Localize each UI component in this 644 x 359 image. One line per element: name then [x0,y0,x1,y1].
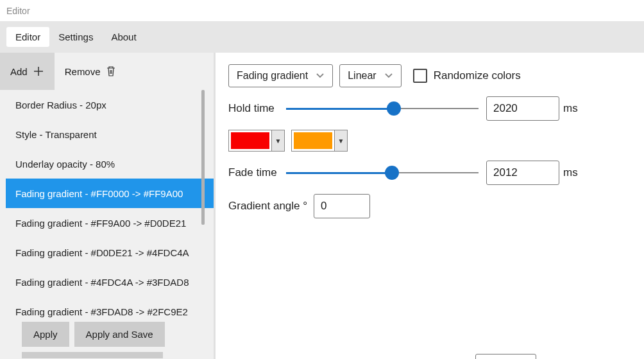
hold-time-unit: ms [563,102,578,115]
mode-select-value: Linear [348,70,376,82]
trash-icon [106,66,116,77]
gradient-angle-input[interactable]: 0 [314,194,370,218]
apply-save-button[interactable]: Apply and Save [74,322,165,347]
gradient-angle-label: Gradient angle ° [228,200,307,213]
scrollbar-thumb[interactable] [201,90,205,225]
list-item[interactable]: Fading gradient - #4FDC4A -> #3FDAD8 [6,267,214,297]
list-item-label: Fading gradient - #3FDAD8 -> #2FC9E2 [15,306,188,317]
add-button-label: Add [10,66,28,77]
color-2-dropdown[interactable]: ▼ [334,130,347,151]
list-item-label: Fading gradient - #D0DE21 -> #4FDC4A [15,247,189,258]
list-item[interactable]: Fading gradient - #D0DE21 -> #4FDC4A [6,238,214,267]
slider-thumb[interactable] [385,166,399,180]
slider-thumb[interactable] [387,101,401,116]
list-item-label: Fading gradient - #FF9A00 -> #D0DE21 [15,218,186,229]
list-item[interactable]: Fading gradient - #FF9A00 -> #D0DE21 [6,208,214,238]
randomize-colors-checkbox[interactable] [413,69,427,83]
list-item[interactable]: Underlay opacity - 80% [6,149,214,179]
plus-icon [33,66,44,77]
mode-select[interactable]: Linear [339,64,401,87]
add-button[interactable]: Add [0,53,55,90]
hold-time-label: Hold time [228,102,286,115]
window-titlebar: Editor [0,0,644,21]
sidebar: Add Remove Border Radius - 20pxStyle - T… [0,53,214,359]
list-item[interactable]: Border Radius - 20px [6,90,214,119]
list-item-label: Fading gradient - #FF0000 -> #FF9A00 [15,188,183,199]
list-item-label: Underlay opacity - 80% [15,159,115,170]
fade-time-unit: ms [563,166,578,179]
fade-time-label: Fade time [228,166,286,179]
color-1-swatch[interactable] [229,130,271,151]
list-item-label: Fading gradient - #4FDC4A -> #3FDAD8 [15,277,189,288]
chevron-down-icon [384,70,393,82]
editor-panel: Fading gradient Linear Randomize colors … [214,53,644,359]
chevron-down-icon [316,70,325,82]
color-2-swatch[interactable] [292,130,334,151]
main-tab-bar: Editor Settings About [0,21,644,53]
fade-time-input[interactable]: 2012 [486,161,559,185]
list-item[interactable]: Style - Transparent [6,119,214,149]
fade-time-slider[interactable] [286,165,479,180]
list-item-label: Style - Transparent [15,129,97,140]
list-item[interactable]: Fading gradient - #FF0000 -> #FF9A00 [6,179,214,208]
window-title: Editor [6,6,30,16]
hold-time-input[interactable]: 2020 [486,96,559,121]
tab-editor[interactable]: Editor [6,27,49,47]
partial-input[interactable] [475,354,536,359]
list-item-label: Border Radius - 20px [15,100,106,110]
remove-button[interactable]: Remove [55,53,126,90]
tab-settings[interactable]: Settings [49,27,102,47]
extra-button[interactable] [22,352,163,358]
remove-button-label: Remove [65,66,101,77]
list-item[interactable]: Fading gradient - #3FDAD8 -> #2FC9E2 [6,297,214,318]
effect-select-value: Fading gradient [237,70,308,82]
randomize-colors-label: Randomize colors [434,69,521,82]
color-1-dropdown[interactable]: ▼ [271,130,284,151]
effects-list: Border Radius - 20pxStyle - TransparentU… [0,90,214,318]
tab-about[interactable]: About [102,27,145,47]
effect-select[interactable]: Fading gradient [228,64,333,87]
apply-button[interactable]: Apply [22,322,69,347]
hold-time-slider[interactable] [286,101,479,116]
